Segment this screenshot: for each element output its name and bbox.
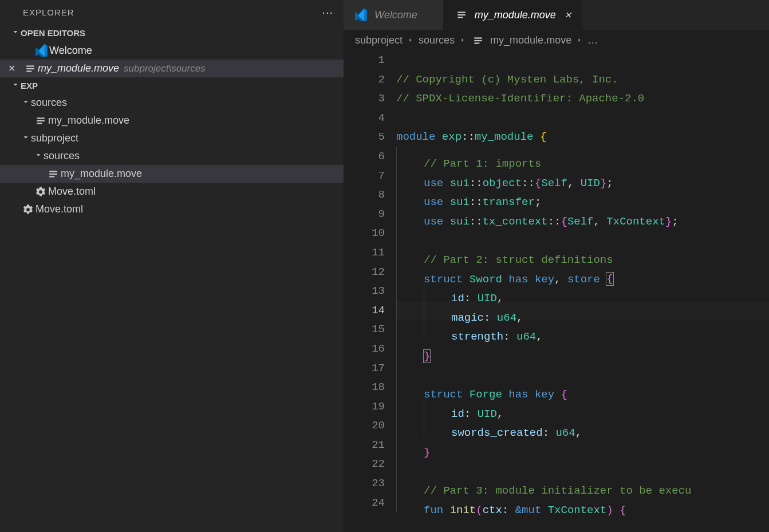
file-icon (456, 10, 467, 20)
tree-folder[interactable]: sources (0, 147, 344, 165)
line-number: 17 (344, 359, 385, 379)
line-number: 24 (344, 494, 385, 513)
explorer-header: EXPLORER ··· (0, 0, 344, 25)
file-icon (25, 64, 36, 74)
tree-label: sources (31, 97, 67, 109)
open-editor-item[interactable]: ✕ my_module.movesubproject\sources (0, 60, 344, 77)
code-line[interactable]: id: UID, (396, 397, 769, 417)
code-line[interactable]: struct Forge has key { (396, 378, 769, 397)
code-line[interactable]: module exp::my_module { (396, 128, 769, 147)
line-number: 21 (344, 436, 385, 455)
svg-rect-7 (49, 173, 57, 174)
code-line[interactable]: strength: u64, (396, 320, 769, 340)
tab-bar: Welcome✕ my_module.move✕ (344, 0, 769, 30)
line-number: 10 (344, 224, 385, 243)
line-number: 23 (344, 474, 385, 494)
svg-rect-1 (26, 68, 34, 69)
svg-rect-10 (458, 14, 466, 15)
gear-icon (35, 186, 46, 198)
chevron-right-icon (407, 34, 414, 46)
code-line[interactable]: use sui::object::{Self, UID}; (396, 167, 769, 186)
svg-rect-6 (49, 171, 57, 172)
gear-icon (22, 204, 34, 215)
line-number: 11 (344, 243, 385, 263)
explorer-sidebar: EXPLORER ··· OPEN EDITORS Welcome✕ my_mo… (0, 0, 344, 532)
breadcrumbs[interactable]: subprojectsources my_module.move… (344, 30, 769, 51)
code-line[interactable]: // SPDX-License-Identifier: Apache-2.0 (396, 89, 769, 109)
line-number: 16 (344, 340, 385, 359)
tree-folder[interactable]: subproject (0, 129, 344, 147)
code-line[interactable]: fun init(ctx: &mut TxContext) { (396, 494, 769, 513)
chevron-right-icon (459, 34, 466, 46)
code-editor[interactable]: 123456789101112131415161718192021222324 … (344, 51, 769, 532)
line-number-gutter: 123456789101112131415161718192021222324 (344, 51, 396, 532)
line-number: 19 (344, 397, 385, 417)
breadcrumb-item[interactable]: my_module.move (490, 34, 571, 46)
workspace-section[interactable]: EXP (0, 77, 344, 94)
tree-label: Move.toml (36, 203, 83, 215)
code-line[interactable]: swords_created: u64, (396, 416, 769, 436)
line-number: 8 (344, 186, 385, 205)
line-number: 15 (344, 320, 385, 340)
close-icon[interactable]: ✕ (562, 10, 571, 21)
svg-rect-4 (37, 120, 45, 121)
vscode-icon (355, 9, 368, 21)
tree-folder[interactable]: sources (0, 94, 344, 112)
line-number: 14 (344, 301, 385, 321)
tree-label: my_module.move (61, 168, 142, 180)
svg-rect-8 (49, 176, 54, 177)
tree-file[interactable]: my_module.move (0, 112, 344, 129)
line-number: 12 (344, 263, 385, 282)
svg-rect-12 (474, 37, 482, 38)
code-line[interactable]: // Copyright (c) Mysten Labs, Inc. (396, 70, 769, 90)
breadcrumb-item[interactable]: subproject (355, 34, 403, 46)
line-number: 4 (344, 109, 385, 128)
more-icon[interactable]: ··· (322, 6, 333, 19)
svg-rect-13 (474, 40, 482, 41)
breadcrumb-item[interactable]: sources (419, 34, 455, 46)
file-icon (36, 116, 46, 126)
vscode-icon (36, 44, 48, 57)
open-editors-list: Welcome✕ my_module.movesubproject\source… (0, 41, 344, 77)
editor-tab[interactable]: Welcome✕ (344, 0, 444, 30)
editor-area: Welcome✕ my_module.move✕ subprojectsourc… (344, 0, 769, 532)
tree-file[interactable]: Move.toml (0, 183, 344, 200)
close-icon[interactable]: ✕ (0, 63, 23, 74)
svg-rect-14 (474, 42, 479, 44)
line-number: 9 (344, 205, 385, 224)
editor-tab[interactable]: my_module.move✕ (444, 0, 582, 30)
open-editor-path: subproject\sources (124, 63, 206, 74)
code-line[interactable]: use sui::tx_context::{Self, TxContext}; (396, 205, 769, 224)
code-line[interactable] (396, 455, 769, 474)
file-icon (473, 36, 483, 46)
code-line[interactable]: // Part 3: module initializer to be exec… (396, 474, 769, 494)
code-line[interactable]: // Part 2: struct definitions (396, 243, 769, 263)
code-line[interactable] (396, 359, 769, 379)
line-number: 1 (344, 51, 385, 70)
code-line[interactable]: struct Sword has key, store { (396, 263, 769, 282)
chevron-down-icon (21, 132, 31, 144)
svg-rect-5 (37, 123, 42, 124)
svg-rect-0 (26, 65, 34, 66)
chevron-down-icon (21, 97, 31, 109)
open-editors-section[interactable]: OPEN EDITORS (0, 25, 344, 41)
tab-label: my_module.move (475, 9, 556, 21)
open-editor-item[interactable]: Welcome (0, 41, 344, 60)
file-tree: sources my_module.movesubprojectsources … (0, 94, 344, 218)
line-number: 7 (344, 167, 385, 186)
tree-label: subproject (31, 132, 78, 144)
code-line[interactable]: // Part 1: imports (396, 147, 769, 167)
code-line[interactable]: magic: u64, (396, 301, 769, 321)
tree-file[interactable]: Move.toml (0, 200, 344, 218)
line-number: 2 (344, 70, 385, 90)
tree-label: my_module.move (48, 115, 129, 127)
tree-file[interactable]: my_module.move (0, 165, 344, 183)
svg-rect-9 (458, 11, 466, 13)
line-number: 6 (344, 147, 385, 167)
code-line[interactable] (396, 51, 769, 70)
breadcrumb-more[interactable]: … (587, 34, 598, 46)
code-line[interactable] (396, 109, 769, 128)
line-number: 22 (344, 455, 385, 474)
tree-label: sources (44, 150, 80, 162)
code-content[interactable]: // Copyright (c) Mysten Labs, Inc.// SPD… (396, 51, 769, 532)
